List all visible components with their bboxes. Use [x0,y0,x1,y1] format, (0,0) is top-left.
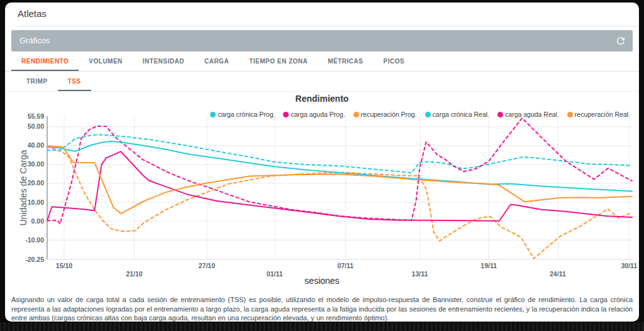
svg-text:50.00: 50.00 [28,122,44,130]
series-recuperacion-real [47,146,632,214]
background-strip [0,322,644,331]
series-carga-aguda-prog [47,118,632,224]
tab-volumen[interactable]: VOLUMEN [79,52,133,71]
svg-text:07/11: 07/11 [337,262,353,269]
tab-metricas[interactable]: MÉTRICAS [318,52,373,71]
svg-text:10.00: 10.00 [28,198,44,206]
panel-header: Gráficos [11,30,633,52]
svg-text:0.00: 0.00 [31,217,45,225]
tab-carga[interactable]: CARGA [194,52,239,71]
divider [18,26,639,26]
main-card: Atletas Gráficos RENDIMIENTOVOLUMENINTEN… [5,3,639,322]
panel-title: Gráficos [19,36,50,45]
svg-text:-20.25: -20.25 [25,256,44,263]
main-tabs: RENDIMIENTOVOLUMENINTENSIDADCARGATIEMPO … [5,52,639,72]
tab-tiempo-en-zona[interactable]: TIEMPO EN ZONA [239,52,318,71]
line-chart: 55.5950.0040.0030.0020.0010.000.00-10.00… [5,108,639,284]
refresh-icon [615,39,626,48]
svg-text:15/10: 15/10 [56,262,72,269]
svg-text:55.59: 55.59 [28,112,44,120]
svg-text:19/11: 19/11 [480,262,497,269]
sub-tabs: TRIMPTSS [5,72,639,92]
tab-picos[interactable]: PICOS [373,52,414,71]
refresh-button[interactable] [615,35,626,46]
svg-text:30/11: 30/11 [621,262,637,269]
svg-text:40.00: 40.00 [28,141,44,149]
svg-text:20.00: 20.00 [28,179,44,187]
page-title: Atletas [18,8,47,19]
tab-rendimiento[interactable]: RENDIMIENTO [11,52,79,71]
x-axis-title: sesiones [5,276,639,286]
svg-text:27/10: 27/10 [199,262,215,269]
svg-text:30.00: 30.00 [28,160,44,168]
tab-intensidad[interactable]: INTENSIDAD [133,52,194,71]
subtab-tss[interactable]: TSS [58,72,91,91]
svg-text:-10.00: -10.00 [25,236,44,244]
subtab-trimp[interactable]: TRIMP [16,72,58,91]
chart-title: Rendimiento [5,94,639,104]
chart-description: Asignando un valor de carga total a cada… [11,295,633,322]
